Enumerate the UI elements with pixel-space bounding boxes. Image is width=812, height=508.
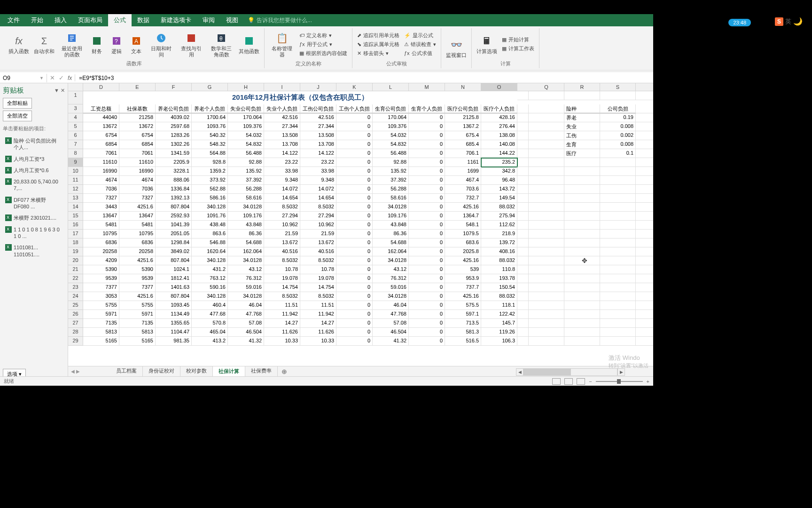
name-box[interactable]: O9▼ [0, 74, 47, 82]
row-header[interactable]: 27 [68, 319, 83, 328]
row-header[interactable]: 21 [68, 265, 83, 274]
cell[interactable]: 1041.39 [156, 221, 192, 230]
cell[interactable]: 807.804 [156, 203, 192, 212]
dropdown-icon[interactable]: ▼ [54, 87, 59, 93]
cell[interactable]: 1812.41 [156, 274, 192, 283]
logical-button[interactable]: ?逻辑 [107, 32, 126, 56]
cell[interactable]: 1341.59 [156, 149, 192, 158]
cell[interactable]: 7036 [119, 185, 156, 194]
cell[interactable]: 413.2 [192, 337, 228, 346]
row-header[interactable]: 25 [68, 301, 83, 310]
cancel-formula-button[interactable]: ✕ [50, 74, 55, 81]
cell[interactable] [636, 301, 653, 310]
cell[interactable] [636, 91, 653, 100]
cell[interactable]: 2051.05 [156, 230, 192, 238]
cell[interactable]: 0 [336, 283, 373, 292]
row-header[interactable]: 18 [68, 238, 83, 247]
cell[interactable]: 106.3 [481, 337, 517, 346]
cell[interactable] [600, 185, 636, 194]
cell[interactable]: 3228.1 [156, 167, 192, 176]
cell[interactable]: 0 [409, 113, 445, 122]
cell[interactable] [517, 265, 529, 274]
trace-precedents-button[interactable]: ⬈追踪引用单元格 [355, 32, 401, 40]
page-layout-view-button[interactable] [564, 378, 573, 385]
cell[interactable] [517, 301, 529, 310]
cell[interactable] [529, 212, 564, 221]
cell[interactable]: 14.072 [264, 185, 300, 194]
cell[interactable]: 54.832 [373, 140, 409, 149]
cell[interactable]: 13672 [83, 122, 119, 131]
cell[interactable]: 149.54 [481, 194, 517, 203]
cell[interactable]: 13.672 [264, 238, 300, 247]
cell[interactable]: 8.5032 [300, 203, 336, 212]
cell[interactable] [529, 203, 564, 212]
row-header[interactable]: 15 [68, 212, 83, 221]
cell[interactable] [564, 319, 600, 328]
cell[interactable]: 34.0128 [373, 256, 409, 265]
cell[interactable] [529, 158, 564, 167]
cell[interactable] [529, 176, 564, 185]
cell[interactable]: 981.35 [156, 337, 192, 346]
cell[interactable]: 8.5032 [264, 292, 300, 301]
cell[interactable] [529, 122, 564, 131]
cell[interactable]: 675.4 [445, 131, 481, 140]
cell[interactable]: 58.616 [228, 194, 264, 203]
sheet-tab[interactable]: 社保费率 [245, 366, 278, 377]
cell[interactable] [564, 221, 600, 230]
cell[interactable]: 13672 [119, 122, 156, 131]
cell[interactable]: 8.5032 [300, 256, 336, 265]
zoom-in-button[interactable]: + [647, 379, 649, 384]
cell[interactable]: 119.26 [481, 328, 517, 337]
cell[interactable]: 27.294 [264, 212, 300, 221]
cell[interactable]: 3443 [83, 203, 119, 212]
formula-input[interactable] [75, 74, 653, 82]
row-header[interactable]: 11 [68, 176, 83, 185]
horizontal-scrollbar[interactable] [523, 368, 617, 376]
cell[interactable]: 54.688 [373, 238, 409, 247]
sheet-tab[interactable]: 社保计算 [213, 366, 245, 377]
cell[interactable]: 425.16 [445, 292, 481, 301]
cell[interactable]: 0 [336, 238, 373, 247]
cell[interactable]: 1392.13 [156, 194, 192, 203]
cell[interactable]: 54.688 [228, 238, 264, 247]
cell[interactable]: 0 [336, 247, 373, 256]
cell[interactable]: 57.08 [373, 319, 409, 328]
cell[interactable]: 86.36 [373, 230, 409, 238]
cell[interactable] [517, 247, 529, 256]
cell[interactable] [636, 194, 653, 203]
cell[interactable]: 4039.02 [156, 113, 192, 122]
cell[interactable]: 14.754 [300, 283, 336, 292]
cell[interactable]: 109.176 [373, 212, 409, 221]
cell[interactable]: 14.072 [300, 185, 336, 194]
cell[interactable]: 0 [409, 238, 445, 247]
cell[interactable] [636, 310, 653, 319]
cell[interactable] [636, 283, 653, 292]
cell[interactable] [529, 230, 564, 238]
column-header[interactable]: L [373, 83, 409, 91]
ime-indicator[interactable]: S 英 🌙 [775, 17, 803, 26]
cell[interactable]: 7327 [119, 194, 156, 203]
create-from-selection-button[interactable]: ▦根据所选内容创建 [297, 49, 349, 57]
cell[interactable]: 5390 [119, 265, 156, 274]
fx-icon[interactable]: fx [68, 75, 72, 81]
cell[interactable]: 5813 [119, 328, 156, 337]
cell[interactable] [517, 140, 529, 149]
cell[interactable]: 548.1 [445, 221, 481, 230]
column-header[interactable]: K [336, 83, 373, 91]
cell[interactable]: 703.6 [445, 185, 481, 194]
column-header[interactable]: G [192, 83, 228, 91]
cell[interactable]: 10.33 [264, 337, 300, 346]
cell[interactable]: 34.0128 [373, 292, 409, 301]
column-header[interactable]: S [600, 83, 636, 91]
cell[interactable]: 5813 [83, 328, 119, 337]
cell[interactable]: 14.754 [264, 283, 300, 292]
cell[interactable]: 2125.8 [445, 113, 481, 122]
cell[interactable]: 34.0128 [373, 203, 409, 212]
cell[interactable]: 13647 [83, 212, 119, 221]
cell[interactable]: 340.128 [192, 256, 228, 265]
evaluate-formula-button[interactable]: ƒx公式求值 [402, 49, 438, 57]
cell[interactable] [636, 337, 653, 346]
cell[interactable] [564, 238, 600, 247]
row-header[interactable]: 22 [68, 274, 83, 283]
cell[interactable] [600, 283, 636, 292]
